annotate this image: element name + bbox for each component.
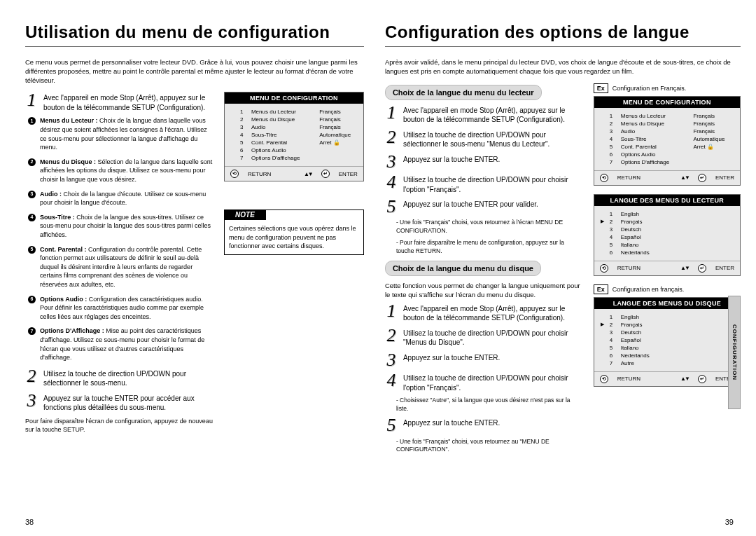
updown-icon: ▲▼ [304, 171, 312, 177]
bullet-icon: 3 [28, 191, 36, 198]
step-3: 3 Appuyez sur la touche ENTER pour accéd… [25, 392, 214, 413]
osd-row: 6Nederlands [600, 352, 734, 359]
bullet-icon: 6 [28, 296, 36, 303]
osd-row: 4Sous-TitreAutomatique [230, 131, 358, 139]
bullet-icon: 1 [28, 117, 36, 125]
selection-marker-icon: ▶ [600, 219, 606, 224]
osd-row: 5Italiano [600, 241, 734, 249]
osd-title: MENU DE CONFIGURATION [225, 92, 363, 104]
osd-row: 3AudioFrançais [600, 128, 734, 135]
page-number-left: 38 [25, 518, 34, 526]
note-heading: NOTE [224, 209, 266, 220]
enter-icon: ↵ [698, 174, 706, 182]
osd-row: 4Sous-TitreAutomatique [600, 135, 734, 143]
osd-row: 6Options Audio [600, 151, 734, 158]
right-title: Configuration des options de langue [385, 22, 741, 42]
updown-icon: ▲▼ [680, 265, 689, 271]
osd-row: 2Menus du DisqueFrançais [600, 120, 734, 128]
return-icon: ⟲ [230, 170, 239, 178]
note-box: NOTE Certaines sélections que vous opére… [224, 209, 364, 254]
osd-player-lang: LANGUE DES MENUS DU LECTEUR 1English▶2Fr… [594, 194, 741, 276]
step-text: Avec l'appareil en mode Stop (Arrêt), ap… [43, 92, 214, 112]
osd-row: 5Italiano [600, 344, 734, 352]
bullet-icon: 4 [28, 214, 36, 221]
step-number: 2 [25, 368, 38, 388]
section-pill-player: Choix de la langue du menu du lecteur [385, 85, 542, 100]
step-text: Appuyez sur la touche ENTER pour accéder… [43, 392, 214, 413]
example-label-2: ExConfiguration en français. [594, 284, 741, 294]
osd-row: 6Nederlands [600, 249, 734, 256]
left-text-col: 1 Avec l'appareil en mode Stop (Arrêt), … [25, 92, 214, 434]
return-icon: ⟲ [600, 174, 608, 182]
side-tab-configuration: CONFIGURATION [728, 296, 741, 409]
osd-row: 5Cont. ParentalArret 🔒 [230, 139, 358, 146]
selection-marker-icon: ▶ [600, 322, 606, 327]
left-page: Utilisation du menu de configuration Ce … [25, 22, 364, 522]
disc-intro: Cette fonction vous permet de changer la… [385, 282, 584, 300]
right-body: Choix de la langue du menu du lecteur 1A… [385, 83, 741, 458]
osd-row: 1Menus du LecteurFrançais [230, 108, 358, 116]
left-box-col: MENU DE CONFIGURATION 1Menus du LecteurF… [224, 92, 364, 434]
osd-row: 2Menus du DisqueFrançais [230, 116, 358, 123]
osd-config-menu-r: MENU DE CONFIGURATION 1Menus du LecteurF… [594, 96, 741, 186]
sub-note: - Une fois "Français" choisi, vous retou… [396, 219, 584, 235]
osd-row: ▶2Français [600, 321, 734, 329]
sub-note: - Choisissez "Autre", si la langue que v… [396, 397, 584, 413]
osd-row: 7Options D'affichage [230, 154, 358, 162]
ex-badge: Ex [594, 284, 608, 294]
left-title: Utilisation du menu de configuration [25, 22, 364, 42]
section-pill-disc: Choix de la langue du menu du disque [385, 261, 541, 276]
right-text-col: Choix de la langue du menu du lecteur 1A… [385, 83, 584, 458]
ex-badge: Ex [594, 83, 608, 93]
osd-row: 1English [600, 313, 734, 321]
osd-row: ▶2Français [600, 218, 734, 226]
enter-icon: ↵ [321, 170, 330, 178]
enter-icon: ↵ [698, 264, 706, 273]
osd-row: 3AudioFrançais [230, 123, 358, 131]
return-icon: ⟲ [600, 375, 608, 383]
step-number: 1 [25, 92, 38, 112]
osd-row: 4Español [600, 336, 734, 344]
sub-note: - Une fois "Français" choisi, vous retou… [396, 438, 584, 454]
return-icon: ⟲ [600, 264, 608, 273]
updown-icon: ▲▼ [680, 174, 689, 181]
left-body: 1 Avec l'appareil en mode Stop (Arrêt), … [25, 92, 364, 434]
bullet-icon: 2 [28, 158, 36, 166]
osd-row: 7Autre [600, 359, 734, 367]
enter-icon: ↵ [698, 375, 706, 383]
osd-row: 7Options D'affichage [600, 158, 734, 166]
osd-row: 1English [600, 210, 734, 218]
updown-icon: ▲▼ [680, 376, 689, 382]
osd-body: 1Menus du LecteurFrançais2Menus du Disqu… [225, 104, 363, 166]
right-page: Configuration des options de langue Aprè… [385, 22, 741, 522]
osd-row: 4Español [600, 233, 734, 241]
osd-row: 6Options Audio [230, 146, 358, 154]
osd-row: 3Deutsch [600, 226, 734, 233]
osd-row: 5Cont. ParentalArret 🔒 [600, 143, 734, 151]
sub-note: - Pour faire disparaître le menu de conf… [396, 239, 584, 255]
page-number-right: 39 [725, 518, 734, 526]
osd-row: 3Deutsch [600, 329, 734, 336]
left-footnote: Pour faire disparaître l'écran de config… [25, 417, 214, 434]
page: Utilisation du menu de configuration Ce … [0, 0, 756, 536]
step-number: 3 [25, 392, 38, 413]
note-body: Certaines sélections que vous opérez dan… [225, 220, 363, 254]
osd-disc-lang: LANGUE DES MENUS DU DISQUE 1English▶2Fra… [594, 297, 741, 387]
rule [25, 46, 364, 47]
rule [385, 46, 741, 47]
osd-footer: ⟲RETURN ▲▼ ↵ENTER [225, 166, 363, 181]
step-2: 2 Utilisez la touche de direction UP/DOW… [25, 368, 214, 388]
right-intro: Après avoir validé, dans le menu princip… [385, 58, 741, 76]
osd-config-menu: MENU DE CONFIGURATION 1Menus du LecteurF… [224, 92, 364, 181]
osd-row: 1Menus du LecteurFrançais [600, 112, 734, 120]
example-label-1: ExConfiguration en Français. [594, 83, 741, 93]
option-bullets: 1Menus du Lecteur : Choix de la langue d… [28, 116, 214, 362]
bullet-icon: 5 [28, 246, 36, 254]
bullet-icon: 7 [28, 327, 36, 335]
right-box-col: ExConfiguration en Français. MENU DE CON… [594, 83, 741, 458]
left-intro: Ce menu vous permet de personnaliser vot… [25, 58, 364, 85]
step-text: Utilisez la touche de direction UP/DOWN … [43, 368, 214, 388]
step-1: 1 Avec l'appareil en mode Stop (Arrêt), … [25, 92, 214, 112]
